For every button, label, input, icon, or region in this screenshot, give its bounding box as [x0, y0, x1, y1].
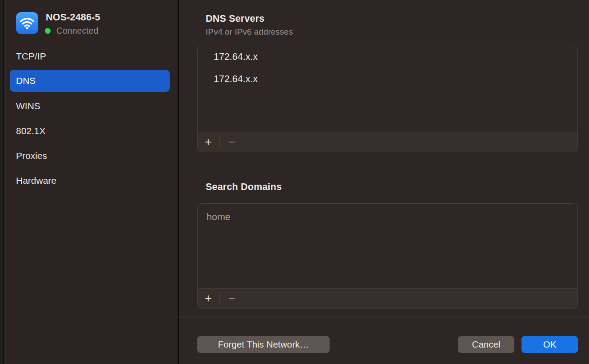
sidebar-item-hardware[interactable]: Hardware — [10, 170, 170, 192]
dns-server-row[interactable]: 172.64.x.x — [198, 68, 577, 90]
status-label: Connected — [56, 26, 98, 36]
sidebar-item-proxies[interactable]: Proxies — [10, 145, 170, 167]
network-name: NOS-2486-5 — [46, 12, 100, 23]
search-domains-title: Search Domains — [206, 182, 282, 193]
toolbar-separator — [219, 293, 220, 304]
add-dns-server-button[interactable]: + — [199, 132, 217, 152]
search-domains-listbox: home + − — [197, 203, 578, 309]
forget-network-button[interactable]: Forget This Network… — [197, 336, 330, 353]
dns-servers-toolbar: + − — [198, 132, 577, 152]
sidebar-item-dns[interactable]: DNS — [10, 70, 170, 92]
sidebar: NOS-2486-5 Connected TCP/IP DNS WINS 802… — [4, 0, 178, 364]
toolbar-separator — [219, 136, 220, 148]
dns-servers-subtitle: IPv4 or IPv6 addresses — [206, 27, 293, 37]
status-dot-icon — [45, 28, 51, 34]
remove-dns-server-button[interactable]: − — [222, 132, 242, 152]
wifi-network-details-dialog: NOS-2486-5 Connected TCP/IP DNS WINS 802… — [0, 0, 589, 364]
search-domains-toolbar: + − — [198, 288, 577, 308]
search-domains-rows: home — [198, 204, 577, 226]
search-domain-row[interactable]: home — [198, 204, 577, 226]
connection-status: Connected — [45, 26, 98, 36]
dns-servers-title: DNS Servers — [206, 13, 264, 24]
wifi-icon — [16, 12, 38, 34]
sidebar-item-8021x[interactable]: 802.1X — [10, 120, 170, 142]
add-search-domain-button[interactable]: + — [199, 289, 217, 308]
dns-servers-rows: 172.64.x.x 172.64.x.x — [198, 46, 577, 90]
sidebar-item-tcpip[interactable]: TCP/IP — [10, 45, 170, 67]
main-pane: DNS Servers IPv4 or IPv6 addresses 172.6… — [179, 0, 589, 364]
ok-button[interactable]: OK — [521, 336, 578, 353]
dns-servers-listbox: 172.64.x.x 172.64.x.x + − — [197, 46, 578, 152]
cancel-button[interactable]: Cancel — [458, 336, 514, 353]
remove-search-domain-button[interactable]: − — [222, 289, 242, 308]
sidebar-item-wins[interactable]: WINS — [10, 95, 170, 117]
footer-divider — [179, 317, 589, 317]
dns-server-row[interactable]: 172.64.x.x — [198, 46, 577, 68]
